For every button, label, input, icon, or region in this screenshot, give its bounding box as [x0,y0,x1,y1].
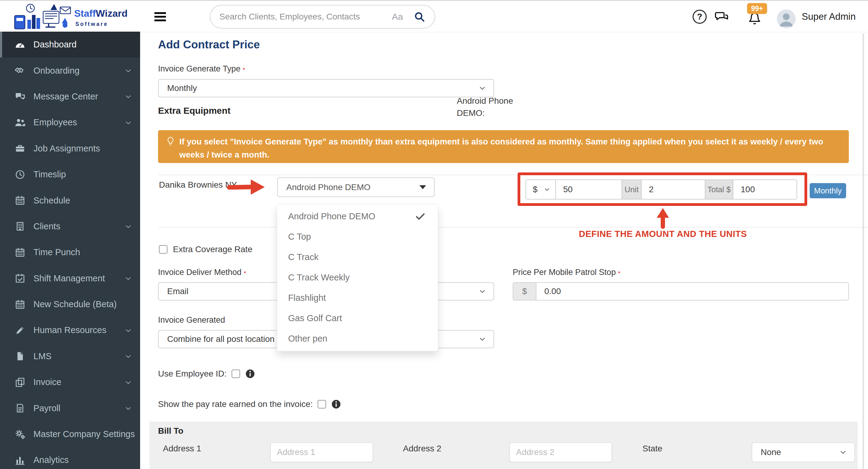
sidebar-item-dashboard[interactable]: Dashboard [0,32,140,57]
info-banner: If you select "Invoice Generate Type" as… [158,130,849,163]
info-icon[interactable] [331,399,341,409]
address2-input[interactable] [509,442,612,462]
page-scrollbar[interactable] [863,33,864,469]
address1-input[interactable] [270,442,373,462]
case-sensitivity-toggle[interactable]: Aa [392,11,403,22]
use-employee-id-row: Use Employee ID: [158,369,255,379]
building-icon [14,220,26,232]
sidebar-item-lms[interactable]: LMS [0,343,140,369]
question-icon: ? [693,10,707,24]
equipment-dropdown: Android Phone DEMOC TopC TrackC Track We… [277,204,438,351]
sidebar-item-job-assignments[interactable]: Job Assignments [0,136,140,162]
sidebar-item-employees[interactable]: Employees [0,110,140,135]
extra-coverage-rate-checkbox[interactable] [159,245,167,254]
annotation-arrow-right [226,177,266,198]
help-button[interactable]: ? [690,1,709,33]
chevron-down-icon [124,222,132,230]
sidebar-item-master-company-settings[interactable]: Master Company Settings [0,421,140,447]
page-title: Add Contract Price [158,38,260,51]
chart-icon [14,454,26,466]
price-input-group: $ Unit Total $ [525,179,797,200]
messages-button[interactable] [712,1,731,33]
chevron-down-icon [124,378,132,386]
divider [158,227,868,228]
logo-text-software: Software [75,21,108,27]
equipment-option-android-phone-demo[interactable]: Android Phone DEMO [277,206,438,227]
sidebar-item-schedule[interactable]: Schedule [0,187,140,213]
sidebar-item-new-schedule-beta[interactable]: New Schedule (Beta) [0,291,140,317]
calendar-icon [14,298,26,311]
dollar-addon-label: $ [513,282,536,300]
equipment-select[interactable]: Android Phone DEMO [277,177,435,197]
main-content: Add Contract Price Invoice Generate Type… [140,32,868,469]
file-text-icon [14,402,26,414]
sidebar-item-invoice[interactable]: Invoice [0,369,140,395]
notification-count-badge: 99+ [747,3,767,14]
search-input[interactable] [219,12,392,22]
address2-label: Address 2 [403,444,441,453]
logo-text-staff: Staff [74,8,96,19]
equipment-option-flashlight[interactable]: Flashlight [277,288,438,308]
chevron-down-icon [124,352,132,360]
sidebar-item-clients[interactable]: Clients [0,213,140,239]
total-input[interactable] [733,180,797,199]
sidebar-item-label: New Schedule (Beta) [33,299,117,309]
currency-select[interactable]: $ [525,179,556,200]
top-header: StaffWizard Software Aa ? [0,0,868,32]
price-per-stop-input[interactable] [536,282,849,300]
check-icon [415,211,426,222]
sidebar-item-human-resources[interactable]: Human Resources [0,317,140,343]
copy-icon [14,376,26,388]
avatar[interactable] [777,9,796,28]
sidebar-toggle-button[interactable] [154,12,166,21]
caret-down-icon [420,185,426,189]
chevron-down-icon [124,119,132,126]
invoice-deliver-method-label: Invoice Deliver Method* [158,268,246,277]
calendar-check-icon [14,272,26,284]
chevron-down-icon [478,84,487,93]
sidebar-item-label: Job Assignments [33,144,100,154]
sidebar-item-label: Onboarding [33,66,80,76]
search-icon[interactable] [413,11,426,23]
equipment-option-c-track[interactable]: C Track [277,247,438,267]
app-logo[interactable]: StaffWizard Software [11,3,139,31]
sidebar-item-label: Time Punch [33,247,80,257]
sidebar-item-label: Schedule [33,196,70,206]
equipment-option-other-pen[interactable]: Other pen [277,328,438,349]
sidebar-item-label: Timeslip [33,169,66,179]
frequency-button[interactable]: Monthly [810,183,846,198]
chevron-down-icon [839,448,848,457]
use-employee-id-checkbox[interactable] [231,370,240,378]
comments-icon [14,90,26,102]
invoice-generate-type-select[interactable]: Monthly [158,79,494,97]
banner-text: If you select "Invoice Generate Type" as… [179,135,841,161]
users-icon [14,116,26,129]
sidebar-item-message-center[interactable]: Message Center [0,84,140,110]
client-name-label: Danika Brownies NY [159,180,237,190]
sidebar-item-payroll[interactable]: Payroll [0,395,140,421]
logo-text-wizard: Wizard [96,8,128,19]
sidebar-item-label: Dashboard [33,39,76,50]
sidebar-item-time-punch[interactable]: Time Punch [0,239,140,265]
global-search: Aa [210,5,435,29]
sidebar-item-label: Employees [33,117,77,127]
user-name[interactable]: Super Admin [802,1,856,33]
show-pay-rate-checkbox[interactable] [318,400,326,408]
sidebar-item-label: Analytics [33,455,69,465]
sidebar-item-onboarding[interactable]: Onboarding [0,57,140,83]
units-input[interactable] [642,180,705,199]
sidebar-item-shift-management[interactable]: Shift Management [0,266,140,291]
state-select[interactable]: None [752,442,855,462]
equipment-option-c-track-weekly[interactable]: C Track Weekly [277,267,438,288]
equipment-option-c-top[interactable]: C Top [277,227,438,247]
handshake-icon [14,64,26,77]
sidebar-item-analytics[interactable]: Analytics [0,447,140,469]
amount-input[interactable] [556,180,622,199]
info-icon[interactable] [245,369,255,379]
app-root: StaffWizard Software Aa ? [0,0,868,469]
equipment-option-gas-golf-cart[interactable]: Gas Golf Cart [277,308,438,328]
pencil-icon [14,324,26,336]
state-label: State [643,444,662,453]
bill-to-heading: Bill To [158,426,183,436]
sidebar-item-timeslip[interactable]: Timeslip [0,162,140,187]
